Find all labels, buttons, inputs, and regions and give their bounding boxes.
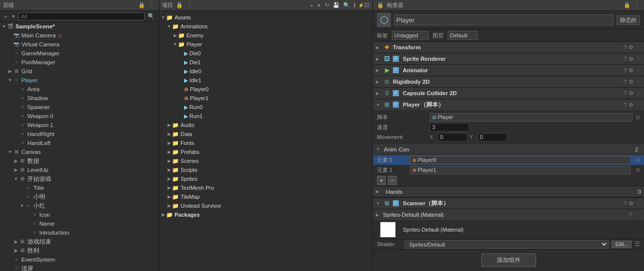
transform-header[interactable]: ▶ ✚ Transform ? ⚙ ⋮ (373, 42, 644, 53)
player-script-settings-icon[interactable]: ⚙ (629, 102, 634, 108)
rigidbody-help-icon[interactable]: ? (624, 79, 627, 85)
hierarchy-item-grid[interactable]: ⊞ Grid (0, 67, 159, 76)
rigidbody2d-header[interactable]: ▶ ⊙ Rigidbody 2D ? ⚙ ⋮ (373, 76, 644, 87)
player-script-checkbox[interactable] (393, 102, 399, 108)
project-fonts[interactable]: 📁 Fonts (159, 138, 372, 147)
hierarchy-item-handright[interactable]: ○ HandRight (0, 130, 159, 138)
player-script-more-icon[interactable]: ⋮ (636, 102, 641, 108)
capsule-help-icon[interactable]: ? (624, 90, 627, 96)
hierarchy-item-pool-manager[interactable]: ○ PoolManager (0, 58, 159, 67)
hierarchy-item-main-camera[interactable]: 📷 Main Camera ⚠ (0, 31, 159, 40)
capsule-collider-header[interactable]: ▶ 0 Capsule Collider 2D ? ⚙ ⋮ (373, 88, 644, 99)
hierarchy-item-handleft[interactable]: ○ HandLeft (0, 138, 159, 147)
hierarchy-item-sample-scene[interactable]: 🎬 SampleScene* (0, 22, 159, 31)
hierarchy-item-levelup[interactable]: ⊞ LevelUp (0, 165, 159, 174)
project-data-folder[interactable]: 📁 Data (159, 130, 372, 138)
animator-more-icon[interactable]: ⋮ (636, 67, 641, 74)
project-player1[interactable]: ⊕ Player1 (159, 94, 372, 103)
capsule-checkbox[interactable] (393, 90, 399, 96)
scanner-help-icon[interactable]: ? (624, 200, 627, 206)
project-prefabs[interactable]: 📁 Prefabs (159, 147, 372, 156)
hierarchy-search-input[interactable] (18, 12, 145, 20)
project-packages[interactable]: 📁 Packages (159, 210, 372, 219)
project-idle1[interactable]: ▶ Idle1 (159, 76, 372, 85)
hierarchy-item-xiaoming[interactable]: ○ 小明 (0, 192, 159, 201)
hierarchy-item-title[interactable]: ○ Title (0, 183, 159, 192)
player-script-header[interactable]: ▼ ⊞ Player（脚本） ? ⚙ ⋮ (373, 99, 644, 110)
anim-con-header[interactable]: ▼ Anim Con 2 (373, 144, 644, 155)
add-icon[interactable]: + (3, 13, 8, 20)
anim-element-0-value[interactable]: ⊕ Player0 (410, 156, 631, 164)
hierarchy-item-win[interactable]: ⊞ 胜利 (0, 246, 159, 255)
project-assets[interactable]: 📁 Assets (159, 13, 372, 22)
inspector-lock-icon[interactable]: 🔒 (376, 1, 385, 9)
hierarchy-item-data[interactable]: ⊞ 数据 (0, 156, 159, 165)
hierarchy-item-spawner[interactable]: ○ Spawner (0, 103, 159, 112)
project-die1[interactable]: ▶ Die1 (159, 58, 372, 67)
hierarchy-item-shadow[interactable]: ○ Shadow (0, 94, 159, 103)
hierarchy-item-introduction[interactable]: ○ Introduction (0, 228, 159, 237)
rigidbody-more-icon[interactable]: ⋮ (636, 79, 641, 85)
material-header[interactable]: ▶ Sprites-Default (Material) ? ⋮ (373, 209, 644, 220)
project-undead[interactable]: 📁 Undead Survivor (159, 201, 372, 210)
project-die0[interactable]: ▶ Die0 (159, 49, 372, 58)
project-search-icon[interactable]: 🔍 (342, 1, 351, 9)
project-player-anim[interactable]: 📁 Player (159, 40, 372, 49)
object-name-input[interactable] (394, 14, 614, 25)
anim-element-0-row[interactable]: 元素 0 ⊕ Player0 ⊙ (373, 155, 644, 165)
shader-select[interactable]: Sprites/Default (405, 240, 609, 249)
sprite-renderer-header[interactable]: ▶ 🖼 Sprite Renderer ? ⚙ ⋮ (373, 53, 644, 64)
hierarchy-item-weapon1[interactable]: ○ Weapon 1 (0, 121, 159, 130)
script-ref-target-icon[interactable]: ⊙ (636, 114, 640, 121)
animator-help-icon[interactable]: ? (624, 67, 627, 73)
hierarchy-item-eventsystem[interactable]: ○ EventSystem (0, 255, 159, 264)
sprite-settings-icon[interactable]: ⚙ (629, 56, 634, 62)
animator-settings-icon[interactable]: ⚙ (629, 67, 634, 74)
hierarchy-item-canvas[interactable]: ⊞ Canvas (0, 147, 159, 156)
animator-checkbox[interactable] (393, 67, 399, 73)
project-animations[interactable]: 📁 Animations (159, 22, 372, 31)
inspector-lock2-icon[interactable]: 🔒 (623, 1, 632, 9)
project-refresh-icon[interactable]: ↻ (324, 1, 330, 9)
project-run1[interactable]: ▶ Run1 (159, 112, 372, 121)
hierarchy-item-player[interactable]: ○ Player (0, 76, 159, 85)
anim-target-0-icon[interactable]: ⊙ (636, 157, 640, 163)
transform-help-icon[interactable]: ? (624, 44, 627, 50)
project-audio[interactable]: 📁 Audio (159, 121, 372, 130)
inspector-more-icon[interactable]: ⋮ (634, 1, 641, 9)
tag-select[interactable]: Untagged (392, 31, 429, 40)
project-lock-icon[interactable]: 🔒 (175, 1, 184, 9)
hierarchy-item-virtual-camera[interactable]: 📷 Virtual Camera (0, 40, 159, 49)
hierarchy-item-startgame[interactable]: ⊞ 开始游戏 (0, 174, 159, 183)
list-icon[interactable]: ☰ (635, 241, 640, 248)
project-enemy[interactable]: 📁 Enemy (159, 31, 372, 40)
hands-header[interactable]: ▶ Hands 0 (373, 186, 644, 197)
sprite-more-icon[interactable]: ⋮ (636, 56, 641, 62)
movement-x-field[interactable] (438, 133, 467, 141)
hierarchy-item-weapon0[interactable]: ○ Weapon 0 (0, 112, 159, 121)
animator-header[interactable]: ▶ ▶ Animator ? ⚙ ⋮ (373, 65, 644, 76)
project-save-icon[interactable]: 💾 (332, 1, 341, 9)
project-sprites[interactable]: 📁 Sprites (159, 174, 372, 183)
sprite-help-icon[interactable]: ? (624, 56, 627, 62)
hierarchy-item-game-manager[interactable]: ○ GameManager (0, 49, 159, 58)
anim-target-1-icon[interactable]: ⊙ (636, 167, 640, 173)
hierarchy-item-clear[interactable]: ○ 清屏 (0, 264, 159, 271)
scanner-settings-icon[interactable]: ⚙ (629, 200, 634, 207)
hierarchy-item-area[interactable]: ○ Area (0, 85, 159, 94)
hierarchy-item-xiaohong[interactable]: ○ 小红 (0, 201, 159, 210)
sprite-checkbox[interactable] (393, 56, 399, 62)
project-textmesh[interactable]: 📁 TextMesh Pro (159, 183, 372, 192)
project-player0[interactable]: ⊕ Player0 (159, 85, 372, 94)
add-component-button[interactable]: 添加组件 (481, 254, 536, 267)
player-script-help-icon[interactable]: ? (624, 102, 627, 108)
transform-settings-icon[interactable]: ⚙ (629, 44, 634, 51)
material-more-icon[interactable]: ⋮ (636, 212, 641, 218)
anim-element-1-value[interactable]: ⊕ Player1 (410, 166, 631, 174)
static-button[interactable]: 静态的 (617, 15, 640, 25)
anim-add-button[interactable]: + (377, 176, 386, 185)
scanner-header[interactable]: ▼ ⊞ Scanner（脚本） ? ⚙ ⋮ (373, 198, 644, 209)
project-add-icon[interactable]: + (309, 2, 314, 9)
capsule-more-icon[interactable]: ⋮ (636, 90, 641, 97)
script-obj-ref[interactable]: ⊞ Player (430, 113, 633, 122)
